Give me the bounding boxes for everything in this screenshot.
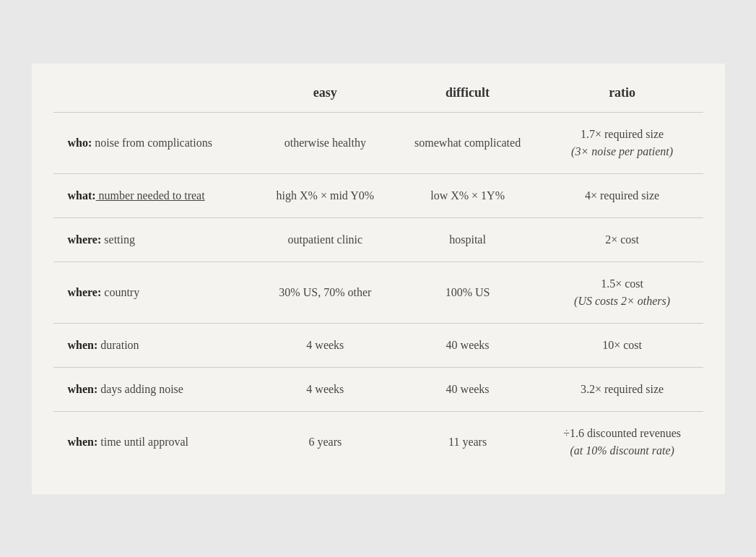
- col-header-easy: easy: [256, 78, 394, 113]
- row-ratio: ÷1.6 discounted revenues(at 10% discount…: [542, 411, 703, 472]
- row-label-normal: noise from complications: [92, 137, 212, 149]
- row-easy: high X% × mid Y0%: [256, 173, 394, 217]
- row-difficult: 40 weeks: [394, 367, 541, 411]
- row-easy: 6 years: [256, 411, 394, 472]
- ratio-italic-text: (US costs 2× others): [549, 293, 696, 310]
- row-label-bold: what:: [68, 189, 96, 202]
- row-ratio: 4× required size: [542, 173, 703, 217]
- row-difficult: 100% US: [394, 262, 541, 323]
- row-label-bold: who:: [68, 137, 92, 149]
- col-header-label: [53, 78, 257, 113]
- table-row: what: number needed to treathigh X% × mi…: [53, 173, 703, 217]
- row-label-normal: duration: [97, 339, 139, 351]
- ratio-main-text: 1.7× required size: [549, 126, 696, 143]
- row-difficult: 40 weeks: [394, 323, 541, 367]
- row-difficult: somewhat complicated: [394, 112, 541, 173]
- row-label-normal: time until approval: [97, 436, 188, 448]
- col-header-difficult: difficult: [394, 78, 541, 113]
- row-label-bold: when:: [68, 436, 98, 448]
- table-row: where: country30% US, 70% other100% US1.…: [53, 262, 703, 323]
- row-ratio: 2× cost: [542, 217, 703, 262]
- row-label: when: days adding noise: [53, 367, 257, 411]
- row-label-bold: when:: [68, 339, 98, 351]
- row-ratio: 1.7× required size(3× noise per patient): [542, 112, 703, 173]
- row-ratio: 10× cost: [542, 323, 703, 367]
- row-difficult: hospital: [394, 217, 541, 262]
- row-ratio: 3.2× required size: [542, 367, 703, 411]
- row-difficult: low X% × 1Y%: [394, 173, 541, 217]
- row-easy: 30% US, 70% other: [256, 262, 394, 323]
- row-ratio: 1.5× cost(US costs 2× others): [542, 262, 703, 323]
- main-table-container: easy difficult ratio who: noise from com…: [32, 64, 725, 494]
- ratio-main-text: 2× cost: [549, 231, 696, 249]
- row-label-bold: where:: [68, 233, 102, 246]
- row-label-bold: when:: [68, 383, 98, 395]
- table-row: when: days adding noise4 weeks40 weeks3.…: [53, 367, 703, 411]
- row-label-normal: country: [101, 286, 139, 298]
- ratio-main-text: ÷1.6 discounted revenues: [549, 425, 696, 442]
- row-label: where: setting: [53, 217, 257, 262]
- ratio-main-text: 4× required size: [549, 187, 696, 204]
- ratio-italic-text: (3× noise per patient): [549, 143, 696, 160]
- row-label: what: number needed to treat: [53, 173, 257, 217]
- row-label: when: duration: [53, 323, 257, 367]
- row-easy: 4 weeks: [256, 323, 394, 367]
- row-label-bold: where:: [68, 286, 102, 298]
- row-easy: 4 weeks: [256, 367, 394, 411]
- row-label-normal: days adding noise: [97, 383, 183, 395]
- ratio-main-text: 10× cost: [549, 337, 696, 354]
- row-label: where: country: [53, 262, 257, 323]
- col-header-ratio: ratio: [542, 78, 703, 113]
- table-row: when: duration4 weeks40 weeks10× cost: [53, 323, 703, 367]
- row-label-normal: number needed to treat: [96, 189, 205, 202]
- row-easy: otherwise healthy: [256, 112, 394, 173]
- row-label: who: noise from complications: [53, 112, 257, 173]
- table-row: when: time until approval6 years11 years…: [53, 411, 703, 472]
- row-label: when: time until approval: [53, 411, 257, 472]
- row-easy: outpatient clinic: [256, 217, 394, 262]
- comparison-table: easy difficult ratio who: noise from com…: [53, 78, 703, 472]
- table-row: where: settingoutpatient clinichospital2…: [53, 217, 703, 262]
- ratio-main-text: 1.5× cost: [549, 275, 696, 293]
- ratio-main-text: 3.2× required size: [549, 381, 696, 398]
- row-difficult: 11 years: [394, 411, 541, 472]
- table-row: who: noise from complicationsotherwise h…: [53, 112, 703, 173]
- ratio-italic-text: (at 10% discount rate): [549, 442, 696, 459]
- row-label-normal: setting: [101, 233, 135, 246]
